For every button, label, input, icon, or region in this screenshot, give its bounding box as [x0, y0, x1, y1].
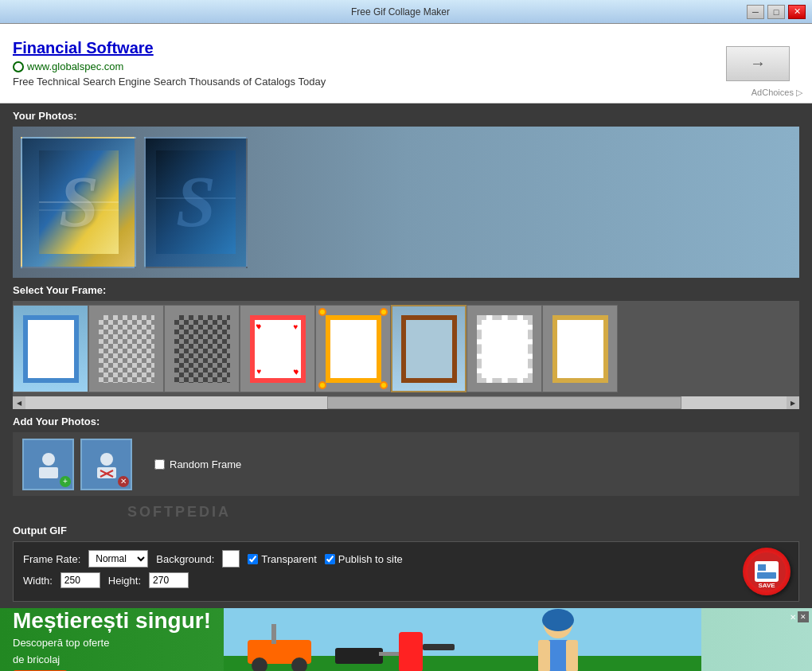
add-photo-button[interactable]: + — [22, 439, 74, 490]
frame-item-3[interactable] — [164, 305, 240, 392]
your-photos-label: Your Photos: — [13, 110, 799, 122]
height-label: Height: — [108, 575, 141, 587]
add-photos-area: + ✕ Random Frame — [13, 432, 799, 496]
maximize-button[interactable]: □ — [767, 5, 785, 19]
frame-item-2[interactable] — [88, 305, 164, 392]
random-frame-checkbox[interactable] — [154, 459, 165, 470]
height-input[interactable] — [149, 572, 189, 588]
svg-rect-30 — [538, 640, 550, 671]
frame-stamp — [477, 315, 533, 383]
scroll-thumb[interactable] — [327, 396, 681, 409]
add-photos-label: Add Your Photos: — [13, 415, 799, 427]
output-gif-label: Output GIF — [13, 525, 799, 536]
svg-rect-14 — [755, 561, 779, 582]
ad-close-button[interactable]: ✕ — [798, 611, 809, 622]
photos-area: S S — [13, 127, 799, 278]
output-gif-box: Frame Rate: Normal Slow Fast Background:… — [13, 541, 799, 602]
scroll-right-arrow[interactable]: ▶ — [787, 396, 799, 409]
frame-circles — [326, 315, 381, 383]
frame-blue-border — [23, 315, 79, 383]
svg-rect-24 — [335, 648, 383, 664]
svg-rect-27 — [423, 644, 455, 650]
select-frame-label: Select Your Frame: — [13, 284, 799, 296]
svg-text:SAVE: SAVE — [758, 582, 775, 589]
main-area: Your Photos: S — [0, 103, 812, 502]
frame-item-8[interactable] — [542, 305, 618, 392]
ad-url[interactable]: www.globalspec.com — [13, 60, 726, 72]
titlebar-title: Free Gif Collage Maker — [54, 6, 747, 18]
ad-description: Free Technical Search Engine Search Thou… — [13, 76, 726, 88]
bottom-ad-title: Mești­erești singur! — [13, 608, 211, 634]
remove-photo-button[interactable]: ✕ — [80, 439, 132, 490]
transparent-label: Transparent — [261, 553, 317, 565]
frame-brown — [401, 315, 457, 383]
photo-thumb-1[interactable]: S — [21, 137, 136, 268]
output-row1: Frame Rate: Normal Slow Fast Background:… — [23, 550, 789, 568]
photo-thumb-2[interactable]: S — [144, 137, 248, 268]
watermark: SOFTPEDIA — [0, 502, 812, 521]
transparent-control: Transparent — [248, 553, 317, 565]
ad-arrow-button[interactable]: → — [726, 46, 790, 81]
frame-scrollbar[interactable]: ◀ ▶ — [13, 396, 799, 409]
save-icon-circle: SAVE — [743, 548, 791, 595]
output-row2: Width: Height: — [23, 572, 789, 588]
output-gif-section: Output GIF Frame Rate: Normal Slow Fast … — [0, 521, 812, 608]
frames-inner: ♥ ♥ ♥ ♥ — [13, 301, 799, 396]
save-button[interactable]: SAVE — [743, 548, 791, 595]
ad-choices[interactable]: AdChoices ▷ — [751, 88, 802, 98]
bottom-ad-image: ✕ ✕ — [224, 608, 812, 671]
random-frame-control: Random Frame — [154, 458, 241, 470]
watermark-text: SOFTPEDIA — [127, 504, 231, 521]
frame-rate-select[interactable]: Normal Slow Fast — [88, 550, 148, 568]
add-photos-section: Add Your Photos: + ✕ — [13, 415, 799, 496]
frame-section: Select Your Frame: ♥ — [13, 284, 799, 409]
frames-scroll-container: ♥ ♥ ♥ ♥ — [13, 301, 799, 396]
width-label: Width: — [23, 575, 53, 587]
svg-rect-31 — [566, 640, 578, 671]
transparent-checkbox[interactable] — [248, 554, 258, 564]
bottom-ad-subtitle2: de bricolaj — [13, 653, 211, 665]
ad-close-text: ✕ — [790, 613, 796, 622]
frame-rate-label: Frame Rate: — [23, 553, 80, 565]
globe-icon — [13, 61, 24, 72]
minimize-button[interactable]: ─ — [747, 5, 764, 19]
frame-hearts: ♥ ♥ ♥ ♥ — [250, 315, 306, 383]
remove-minus-icon: ✕ — [118, 476, 129, 487]
publish-label: Publish to site — [338, 553, 403, 565]
frame-item-6[interactable] — [391, 305, 467, 392]
svg-rect-26 — [399, 632, 423, 671]
add-plus-icon: + — [60, 476, 71, 487]
random-frame-label: Random Frame — [170, 458, 241, 470]
ad-banner: Financial Software www.globalspec.com Fr… — [0, 24, 812, 103]
close-button[interactable]: ✕ — [788, 5, 806, 19]
svg-rect-8 — [39, 467, 58, 478]
frame-checker-dark — [174, 315, 230, 383]
publish-checkbox[interactable] — [325, 554, 335, 564]
ad-title[interactable]: Financial Software — [13, 39, 726, 57]
publish-control: Publish to site — [325, 553, 403, 565]
frame-item-4[interactable]: ♥ ♥ ♥ ♥ — [240, 305, 315, 392]
scroll-left-arrow[interactable]: ◀ — [13, 396, 25, 409]
svg-point-7 — [42, 453, 55, 466]
background-label: Background: — [156, 553, 214, 565]
width-input[interactable] — [61, 572, 100, 588]
svg-point-9 — [100, 453, 113, 466]
svg-rect-15 — [758, 564, 766, 571]
titlebar: Free Gif Collage Maker ─ □ ✕ — [0, 0, 812, 24]
frame-item-7[interactable] — [467, 305, 542, 392]
bottom-ad-subtitle: Descoperă top oferte — [13, 637, 211, 649]
titlebar-controls: ─ □ ✕ — [747, 5, 806, 19]
svg-rect-16 — [757, 572, 776, 579]
frame-gold — [552, 315, 608, 383]
frame-checker — [99, 315, 154, 383]
svg-point-32 — [542, 609, 574, 631]
bottom-ad-text: Mești­erești singur! Descoperă top ofert… — [0, 608, 224, 671]
svg-rect-23 — [271, 624, 276, 644]
bottom-ad: Mești­erești singur! Descoperă top ofert… — [0, 608, 812, 671]
frame-item-1[interactable] — [13, 305, 88, 392]
frame-item-5[interactable] — [315, 305, 391, 392]
background-color-box[interactable] — [222, 550, 240, 568]
ad-close-area: ✕ ✕ — [790, 611, 809, 622]
ad-content: Financial Software www.globalspec.com Fr… — [13, 39, 726, 88]
svg-text:S: S — [176, 162, 216, 241]
